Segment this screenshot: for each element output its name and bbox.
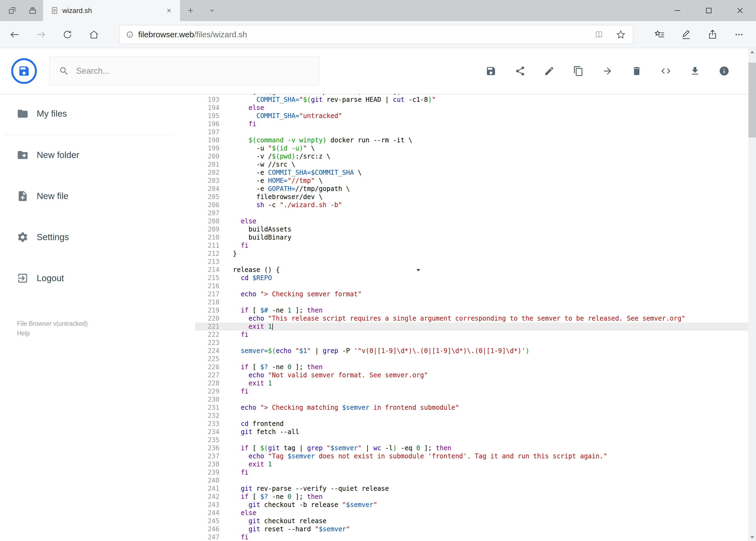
code-line-209[interactable]: 209 buildAssets — [195, 225, 748, 234]
scroll-up-arrow-icon[interactable] — [748, 48, 756, 56]
code-line-231[interactable]: 231 echo "> Checking matching $semver in… — [195, 403, 748, 412]
share-file-icon[interactable] — [515, 66, 526, 76]
code-line-242[interactable]: 242 if [ $? -ne 0 ]; then — [195, 493, 748, 501]
code-line-221[interactable]: 221 exit 1 — [195, 322, 748, 330]
info-icon[interactable] — [719, 66, 730, 76]
code-line-219[interactable]: 219 if [ $# -ne 1 ]; then — [195, 306, 748, 314]
scrollbar-thumb[interactable] — [748, 63, 756, 138]
code-line-241[interactable]: 241 git rev-parse --verify --quiet relea… — [195, 485, 748, 493]
share-icon[interactable] — [707, 29, 718, 41]
code-line-229[interactable]: 229 fi — [195, 387, 748, 395]
code-line-206[interactable]: 206 sh -c "./wizard.sh -b" — [195, 201, 748, 209]
code-line-234[interactable]: 234 git fetch --all — [195, 428, 748, 436]
code-line-227[interactable]: 227 echo "Not valid semver format. See s… — [195, 371, 748, 379]
code-line-210[interactable]: 210 buildBinary — [195, 234, 748, 242]
home-button[interactable] — [88, 29, 100, 41]
sidebar-item-my-files[interactable]: My files — [0, 102, 195, 125]
forward-button[interactable] — [35, 29, 47, 41]
set-tabs-aside-icon[interactable] — [6, 5, 18, 16]
address-bar[interactable]: filebrowser.web/files/wizard.sh — [120, 25, 633, 44]
code-line-216[interactable]: 216 — [195, 282, 748, 290]
page-scrollbar[interactable] — [748, 48, 756, 541]
reading-view-icon[interactable] — [594, 30, 604, 39]
code-line-202[interactable]: 202 -e COMMIT_SHA=$COMMIT_SHA \ — [195, 169, 748, 177]
code-line-200[interactable]: 200 -v /$(pwd):/src:z \ — [195, 152, 748, 161]
tab-close-icon[interactable] — [165, 6, 173, 15]
code-line-225[interactable]: 225 — [195, 355, 748, 363]
save-icon[interactable] — [486, 66, 496, 76]
code-line-194[interactable]: 194 else — [195, 104, 748, 112]
filebrowser-logo[interactable] — [11, 58, 38, 85]
code-line-235[interactable]: 235 — [195, 436, 748, 444]
sidebar-item-logout[interactable]: Logout — [0, 267, 195, 290]
code-line-215[interactable]: 215 cd $REPO — [195, 274, 748, 282]
sidebar-item-new-file[interactable]: New file — [0, 185, 195, 208]
refresh-button[interactable] — [62, 29, 74, 41]
code-line-226[interactable]: 226 if [ $? -ne 0 ]; then — [195, 363, 748, 371]
back-button[interactable] — [9, 29, 21, 41]
code-line-228[interactable]: 228 exit 1 — [195, 379, 748, 387]
sidebar-item-new-folder[interactable]: New folder — [0, 144, 195, 167]
more-options-icon[interactable] — [733, 29, 745, 41]
code-line-236[interactable]: 236 if [ $(git tag | grep "$semver" | wc… — [195, 444, 748, 452]
code-line-197[interactable]: 197 — [195, 128, 748, 136]
code-line-237[interactable]: 237 echo "Tag $semver does not exist in … — [195, 452, 748, 460]
code-line-203[interactable]: 203 -e HOME="//tmp" \ — [195, 177, 748, 185]
code-line-240[interactable]: 240 — [195, 476, 748, 485]
tabs-set-aside-icon[interactable] — [27, 5, 39, 16]
code-line-196[interactable]: 196 fi — [195, 120, 748, 128]
code-line-199[interactable]: 199 -u "$(id -u)" \ — [195, 144, 748, 152]
search-input[interactable] — [76, 66, 297, 76]
web-notes-pen-icon[interactable] — [680, 29, 692, 41]
code-line-247[interactable]: 247 fi — [195, 533, 748, 541]
code-line-218[interactable]: 218 — [195, 298, 748, 306]
code-line-230[interactable]: 230 — [195, 395, 748, 403]
code-line-233[interactable]: 233 cd frontend — [195, 420, 748, 428]
code-line-213[interactable]: 213 — [195, 258, 748, 266]
help-link[interactable]: Help — [17, 328, 88, 338]
code-line-239[interactable]: 239 fi — [195, 468, 748, 476]
code-view-icon[interactable] — [660, 66, 671, 76]
code-line-244[interactable]: 244 else — [195, 509, 748, 517]
delete-icon[interactable] — [631, 66, 642, 76]
code-line-207[interactable]: 207 — [195, 209, 748, 217]
favorite-star-icon[interactable] — [616, 30, 626, 39]
window-maximize-button[interactable] — [697, 0, 721, 21]
download-icon[interactable] — [690, 66, 700, 76]
code-line-211[interactable]: 211 fi — [195, 242, 748, 250]
scroll-down-arrow-icon[interactable] — [748, 533, 756, 541]
code-line-198[interactable]: 198 $(command -v winpty) docker run --rm… — [195, 136, 748, 144]
code-line-224[interactable]: 224 semver=$(echo "$1" | grep -P '^v(0|[… — [195, 347, 748, 355]
sidebar-item-settings[interactable]: Settings — [0, 226, 195, 249]
code-line-212[interactable]: 212} — [195, 250, 748, 258]
code-line-245[interactable]: 245 git checkout release — [195, 517, 748, 525]
move-icon[interactable] — [602, 66, 613, 76]
site-info-icon[interactable] — [125, 30, 134, 39]
code-line-222[interactable]: 222 fi — [195, 330, 748, 339]
code-line-214[interactable]: 214release () { — [195, 266, 748, 274]
code-line-246[interactable]: 246 git reset --hard "$semver" — [195, 525, 748, 533]
code-line-217[interactable]: 217 echo "> Checking semver format" — [195, 290, 748, 298]
code-line-201[interactable]: 201 -w //src \ — [195, 161, 748, 169]
code-line-220[interactable]: 220 echo "This release script requires a… — [195, 314, 748, 322]
fold-marker-icon[interactable] — [416, 269, 420, 271]
hub-icon[interactable] — [654, 29, 665, 41]
code-line-238[interactable]: 238 exit 1 — [195, 460, 748, 468]
new-tab-button[interactable] — [185, 5, 196, 16]
code-line-243[interactable]: 243 git checkout -b release "$semver" — [195, 501, 748, 509]
code-line-205[interactable]: 205 filebrowser/dev \ — [195, 193, 748, 201]
tab-preview-chevron-icon[interactable] — [206, 5, 218, 16]
copy-icon[interactable] — [573, 66, 584, 76]
search-box[interactable] — [49, 56, 319, 86]
code-line-223[interactable]: 223 — [195, 339, 748, 347]
code-editor[interactable]: 192 if [ "$(git status --porcelain)" == … — [195, 94, 748, 541]
code-line-195[interactable]: 195 COMMIT_SHA="untracked" — [195, 112, 748, 120]
code-line-208[interactable]: 208 else — [195, 217, 748, 225]
window-minimize-button[interactable] — [665, 0, 690, 21]
code-line-204[interactable]: 204 -e GOPATH=//tmp/gopath \ — [195, 185, 748, 193]
window-close-button[interactable] — [728, 0, 752, 21]
code-line-193[interactable]: 193 COMMIT_SHA="$(git rev-parse HEAD | c… — [195, 96, 748, 104]
browser-tab-active[interactable]: wizard.sh — [43, 0, 180, 21]
rename-icon[interactable] — [544, 66, 555, 76]
code-line-232[interactable]: 232 — [195, 412, 748, 420]
